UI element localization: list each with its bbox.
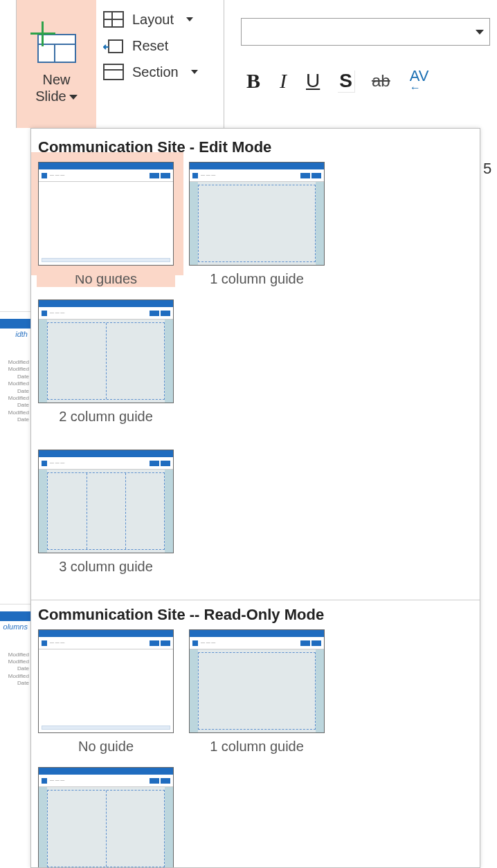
chevron-down-icon bbox=[69, 95, 78, 100]
gallery-divider bbox=[31, 600, 480, 600]
bold-button[interactable]: B bbox=[246, 69, 260, 93]
ribbon-left-edge bbox=[0, 0, 17, 128]
layout-caption: 1 column guide bbox=[188, 739, 326, 755]
new-slide-label: New Slide bbox=[35, 71, 77, 111]
chevron-down-icon bbox=[186, 17, 193, 21]
chevron-down-icon bbox=[191, 70, 198, 74]
new-slide-gallery: Communication Site - Edit Mode — — — No … bbox=[30, 128, 480, 868]
underline-button[interactable]: U bbox=[306, 70, 320, 92]
layout-thumb: — — — bbox=[189, 162, 325, 266]
layout-caption: 3 column guide bbox=[37, 559, 175, 575]
slide-thumbnails-panel: idth Modified Modified Date Modified Dat… bbox=[0, 131, 30, 868]
gallery-section-title: Communication Site - Edit Mode bbox=[38, 138, 474, 156]
ribbon: New Slide Layout Reset Section B I U bbox=[0, 0, 497, 128]
layout-button[interactable]: Layout bbox=[103, 11, 218, 28]
layout-thumb: — — — bbox=[38, 299, 174, 403]
layout-option-3col[interactable]: — — — 3 column guide bbox=[37, 450, 175, 575]
arrow-left-icon: ← bbox=[410, 83, 421, 93]
thumb-caption: idth bbox=[0, 330, 30, 338]
layout-option-no-guide-ro[interactable]: — — — No guide bbox=[37, 629, 175, 755]
thumb-text: Modified bbox=[0, 652, 30, 658]
layout-caption: No guides bbox=[37, 271, 175, 287]
svg-rect-0 bbox=[109, 40, 123, 53]
font-family-select[interactable] bbox=[241, 18, 490, 46]
font-group: B I U S ab AV ← bbox=[224, 0, 497, 128]
layout-option-2col[interactable]: — — — 2 column guide bbox=[37, 299, 175, 425]
layout-thumb: — — — bbox=[38, 767, 174, 868]
chevron-down-icon bbox=[476, 30, 484, 35]
section-label: Section bbox=[132, 64, 179, 80]
thumb-caption: olumns bbox=[0, 622, 30, 631]
layout-caption: No guide bbox=[37, 739, 175, 755]
char-spacing-button[interactable]: AV ← bbox=[410, 69, 429, 93]
layout-option-no-guides[interactable]: — — — No guides bbox=[37, 162, 175, 287]
layout-label: Layout bbox=[132, 12, 174, 28]
thumb-text: Modified Date bbox=[0, 366, 30, 380]
layout-thumb: — — — bbox=[38, 162, 174, 266]
reset-label: Reset bbox=[132, 38, 168, 54]
layout-option-1col[interactable]: — — — 1 column guide bbox=[188, 162, 326, 287]
thumb-text: Modified Date bbox=[0, 673, 30, 687]
font-size-fragment: 5 bbox=[483, 160, 491, 178]
strikethrough-button[interactable]: ab bbox=[372, 71, 390, 91]
text-shadow-button[interactable]: S bbox=[339, 70, 352, 92]
layout-caption: 1 column guide bbox=[188, 271, 326, 287]
reset-icon bbox=[103, 37, 124, 54]
thumb-text: Modified Date bbox=[0, 395, 30, 409]
section-button[interactable]: Section bbox=[103, 64, 218, 80]
layout-caption: 2 column guide bbox=[37, 409, 175, 425]
layout-option-2col-ro[interactable]: — — — 2 column guide bbox=[37, 767, 175, 868]
new-slide-icon bbox=[37, 34, 76, 63]
layout-thumb: — — — bbox=[189, 629, 325, 733]
reset-button[interactable]: Reset bbox=[103, 37, 218, 54]
thumb-text: Modified Date bbox=[0, 409, 30, 424]
italic-button[interactable]: I bbox=[280, 69, 287, 93]
thumb-text: Modified Date bbox=[0, 380, 30, 395]
new-slide-button[interactable]: New Slide bbox=[17, 0, 96, 128]
layout-thumb: — — — bbox=[38, 629, 174, 733]
layout-icon bbox=[103, 11, 124, 28]
slides-group: Layout Reset Section bbox=[96, 0, 224, 128]
thumb-text: Modified Date bbox=[0, 658, 30, 673]
gallery-section-title: Communication Site -- Read-Only Mode bbox=[38, 606, 474, 624]
section-icon bbox=[103, 64, 124, 80]
thumb-text: Modified bbox=[0, 359, 30, 366]
layout-thumb: — — — bbox=[38, 450, 174, 553]
layout-option-1col-ro[interactable]: — — — 1 column guide bbox=[188, 629, 326, 755]
